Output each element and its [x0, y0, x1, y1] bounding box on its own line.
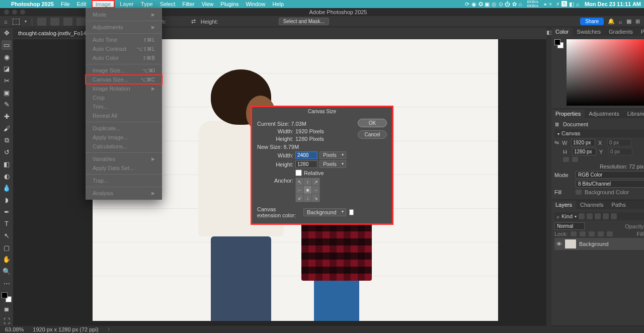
home-icon[interactable]: ⌂ — [4, 19, 8, 25]
new-width-input[interactable] — [295, 151, 317, 159]
mi-duplicate[interactable]: Duplicate... — [86, 124, 162, 133]
menu-edit[interactable]: Edit — [76, 1, 88, 7]
menu-view[interactable]: View — [201, 1, 215, 7]
mi-auto-color[interactable]: Auto Color⇧⌘B — [86, 53, 162, 62]
tab-libraries[interactable]: Libraries — [623, 109, 644, 118]
filter-type-icon[interactable] — [595, 213, 601, 219]
lock-artboard-icon[interactable] — [598, 231, 604, 236]
tab-channels[interactable]: Channels — [576, 200, 607, 209]
blend-mode-select[interactable]: Normal — [554, 222, 585, 230]
orient-portrait-icon[interactable] — [563, 157, 569, 162]
quickmask-icon[interactable]: ◙ — [2, 304, 12, 314]
cancel-button[interactable]: Cancel — [358, 130, 387, 139]
menu-filter[interactable]: Filter — [181, 1, 195, 7]
search-layers-icon[interactable]: ⌕ — [556, 214, 559, 219]
type-tool-icon[interactable]: T — [2, 219, 12, 229]
brush-tool-icon[interactable]: 🖌 — [2, 124, 12, 134]
menu-image[interactable]: Image — [93, 1, 114, 7]
mi-trap[interactable]: Trap... — [86, 176, 162, 185]
lock-pixels-icon[interactable] — [580, 231, 586, 236]
doc-height-input[interactable] — [572, 148, 596, 155]
arrange-icon[interactable]: ⊞ — [635, 18, 640, 25]
menu-type[interactable]: Type — [140, 1, 154, 7]
selection-intersect-icon[interactable] — [76, 18, 86, 26]
filter-adjust-icon[interactable] — [587, 213, 593, 219]
menu-help[interactable]: Help — [272, 1, 285, 7]
layer-row-background[interactable]: 👁 Background 🔒 — [554, 238, 644, 250]
mi-crop[interactable]: Crop — [86, 93, 162, 102]
zoom-value[interactable]: 63.08% — [5, 326, 24, 332]
canvas-subhead[interactable]: ▾Canvas — [554, 129, 644, 137]
bell-icon[interactable]: 🔔 — [608, 18, 615, 25]
gradient-tool-icon[interactable]: ◐ — [2, 171, 12, 181]
menu-layer[interactable]: Layer — [119, 1, 135, 7]
anchor-nw[interactable]: ↖ — [296, 178, 303, 186]
selection-add-icon[interactable] — [50, 18, 59, 26]
menu-plugins[interactable]: Plugins — [219, 1, 239, 7]
screenmode-icon[interactable]: ⛶ — [2, 316, 12, 326]
mi-reveal-all[interactable]: Reveal All — [86, 111, 162, 120]
width-unit-select[interactable]: Pixels — [319, 151, 346, 159]
mi-variables[interactable]: Variables▶ — [86, 154, 162, 163]
workspace-icon[interactable]: ▦ — [626, 18, 631, 25]
mi-image-size[interactable]: Image Size...⌥⌘I — [86, 66, 162, 75]
lock-position-icon[interactable] — [589, 231, 595, 236]
mi-analysis[interactable]: Analysis▶ — [86, 189, 162, 198]
blur-tool-icon[interactable]: 💧 — [2, 183, 12, 193]
minimize-window[interactable] — [12, 10, 17, 15]
zoom-tool-icon[interactable]: 🔍 — [2, 267, 12, 277]
menu-select[interactable]: Select — [159, 1, 177, 7]
orient-landscape-icon[interactable] — [572, 157, 578, 162]
dodge-tool-icon[interactable]: ◗ — [2, 195, 12, 205]
tab-patterns[interactable]: Patterns — [637, 27, 644, 36]
tab-swatches[interactable]: Swatches — [573, 27, 605, 36]
object-select-tool-icon[interactable]: ◪ — [2, 64, 12, 74]
select-and-mask-button[interactable]: Select and Mask... — [279, 18, 329, 25]
filter-kind[interactable]: Kind — [561, 213, 573, 219]
anchor-s[interactable]: ↓ — [304, 194, 311, 202]
mi-auto-tone[interactable]: Auto Tone⇧⌘L — [86, 35, 162, 44]
anchor-e[interactable]: → — [312, 186, 319, 194]
mi-image-rotation[interactable]: Image Rotation▶ — [86, 84, 162, 93]
pen-tool-icon[interactable]: ✒ — [2, 207, 12, 217]
panel-strip-icon[interactable]: ◧ — [546, 29, 551, 36]
doc-info-arrow[interactable]: 〉 — [108, 326, 112, 333]
hand-tool-icon[interactable]: ✋ — [2, 255, 12, 265]
anchor-w[interactable]: ← — [296, 186, 303, 194]
eyedropper-tool-icon[interactable]: ✎ — [2, 100, 12, 110]
menu-window[interactable]: Window — [245, 1, 266, 7]
share-button[interactable]: Share — [580, 18, 604, 25]
color-field[interactable] — [567, 39, 644, 106]
tab-gradients[interactable]: Gradients — [605, 27, 637, 36]
menu-file[interactable]: File — [60, 1, 71, 7]
zoom-window[interactable] — [20, 10, 25, 15]
anchor-center[interactable]: ■ — [304, 186, 311, 194]
history-brush-tool-icon[interactable]: ↺ — [2, 147, 12, 157]
shape-tool-icon[interactable]: ▢ — [2, 242, 12, 253]
lasso-tool-icon[interactable]: ◉ — [2, 52, 12, 62]
stamp-tool-icon[interactable]: ⧉ — [2, 135, 12, 145]
tab-properties[interactable]: Properties — [551, 109, 585, 118]
anchor-n[interactable]: ↑ — [304, 178, 311, 186]
depth-select[interactable]: 8 Bits/Channel — [576, 180, 644, 188]
tab-color[interactable]: Color — [551, 27, 573, 36]
doc-y-input[interactable] — [608, 148, 632, 155]
fg-bg-swatch[interactable] — [2, 292, 12, 302]
link-icon[interactable]: ⇋ — [554, 139, 559, 146]
mode-select[interactable]: RGB Color — [576, 171, 644, 179]
mi-canvas-size[interactable]: Canvas Size...⌥⌘C — [86, 75, 162, 84]
marquee-tool-icon[interactable]: ▭ — [2, 40, 12, 50]
mi-calculations[interactable]: Calculations... — [86, 142, 162, 151]
anchor-ne[interactable]: ↗ — [312, 178, 319, 186]
tab-paths[interactable]: Paths — [608, 200, 630, 209]
doc-width-input[interactable] — [571, 139, 595, 146]
filter-smart-icon[interactable] — [611, 213, 617, 219]
fg-bg-mini[interactable] — [554, 39, 564, 48]
heal-tool-icon[interactable]: ✚ — [2, 112, 12, 122]
path-tool-icon[interactable]: ↖ — [2, 231, 12, 241]
new-height-input[interactable] — [295, 160, 317, 168]
height-unit-select[interactable]: Pixels — [319, 160, 346, 168]
mi-apply-image[interactable]: Apply Image... — [86, 133, 162, 142]
lock-transparent-icon[interactable] — [571, 231, 577, 236]
tab-layers[interactable]: Layers — [551, 200, 576, 209]
